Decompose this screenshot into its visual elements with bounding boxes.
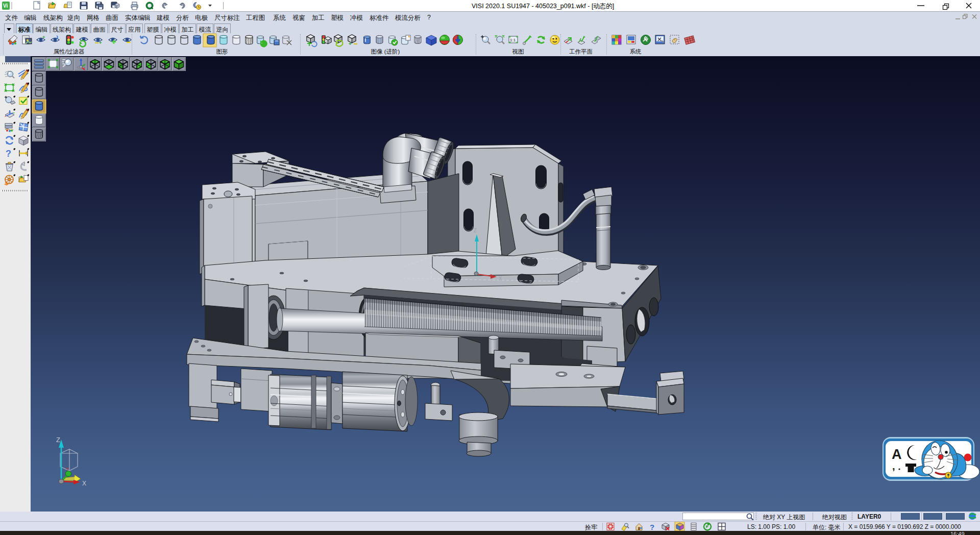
svg-text:Z: Z xyxy=(56,436,60,444)
svg-text:X: X xyxy=(499,276,502,281)
svg-text:,: , xyxy=(892,460,895,472)
svg-text:1:1: 1:1 xyxy=(510,38,516,42)
svg-text:A: A xyxy=(892,447,902,462)
svg-text:Y: Y xyxy=(66,467,69,472)
svg-text:Z: Z xyxy=(474,228,477,233)
svg-text:+: + xyxy=(42,35,45,40)
svg-text:+: + xyxy=(349,41,352,46)
svg-text:?: ? xyxy=(650,523,654,531)
svg-text:?: ? xyxy=(6,149,11,159)
svg-text:X: X xyxy=(82,480,86,487)
svg-text:+: + xyxy=(99,40,102,45)
